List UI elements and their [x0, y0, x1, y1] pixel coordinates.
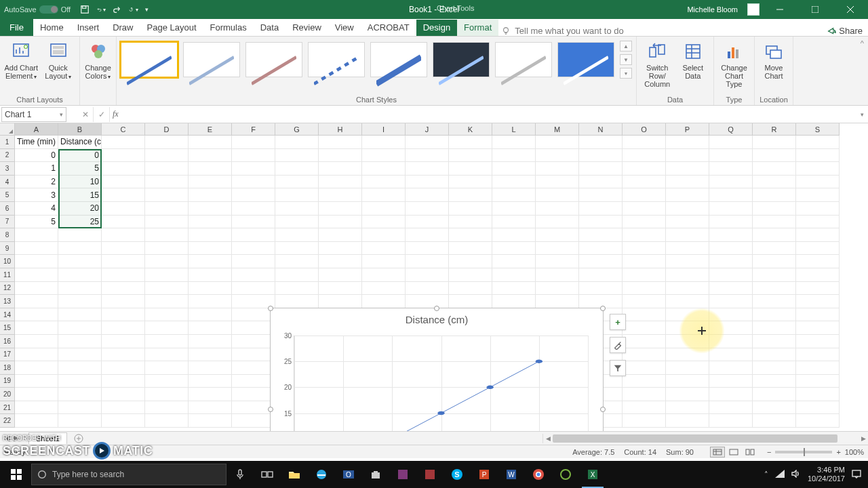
cell[interactable]: [102, 282, 145, 296]
cell[interactable]: [796, 414, 840, 428]
cell[interactable]: [406, 242, 449, 256]
collapse-ribbon-icon[interactable]: ^: [861, 39, 864, 47]
cell[interactable]: [449, 282, 492, 296]
cell[interactable]: [449, 242, 492, 256]
style-scroll-up[interactable]: ▲: [620, 41, 632, 52]
cell[interactable]: Distance (cm): [58, 136, 102, 149]
cell[interactable]: [319, 202, 362, 216]
zoom-level[interactable]: 100%: [845, 448, 864, 456]
cell[interactable]: [449, 255, 492, 268]
minimize-button[interactable]: [765, 0, 795, 19]
cell[interactable]: [623, 401, 666, 415]
autosave-toggle[interactable]: AutoSave Off: [4, 5, 71, 14]
cell[interactable]: [145, 136, 189, 149]
cell[interactable]: [623, 268, 666, 282]
cell[interactable]: [145, 216, 189, 229]
cell[interactable]: [275, 255, 319, 268]
worksheet-grid[interactable]: ABCDEFGHIJKLMNOPQRS 1Time (min)Distance …: [0, 123, 868, 431]
cell[interactable]: [796, 348, 840, 362]
cell[interactable]: [623, 375, 666, 388]
cell[interactable]: [232, 335, 275, 348]
cell[interactable]: [145, 335, 189, 348]
onenote-icon[interactable]: [389, 461, 416, 488]
cell[interactable]: [145, 268, 189, 282]
chart-style-4[interactable]: [308, 42, 365, 77]
tab-review[interactable]: Review: [285, 20, 328, 36]
cell[interactable]: [623, 228, 666, 242]
cell[interactable]: [319, 176, 362, 189]
cell[interactable]: [145, 375, 189, 388]
cell[interactable]: [319, 162, 362, 176]
cell[interactable]: [362, 188, 406, 202]
column-header[interactable]: E: [189, 123, 232, 136]
cell[interactable]: [753, 308, 796, 322]
word-icon[interactable]: W: [498, 461, 525, 488]
cell[interactable]: [319, 295, 362, 308]
style-more[interactable]: ▾: [620, 68, 632, 79]
cell[interactable]: [796, 268, 840, 282]
cell[interactable]: [709, 149, 753, 163]
cell[interactable]: [102, 308, 145, 322]
cell[interactable]: [232, 228, 275, 242]
cell[interactable]: [145, 388, 189, 401]
cell[interactable]: 4: [15, 202, 58, 216]
cell[interactable]: [319, 282, 362, 296]
column-header[interactable]: F: [232, 123, 275, 136]
cell[interactable]: [362, 176, 406, 189]
cell[interactable]: 0: [15, 149, 58, 163]
cell[interactable]: [406, 282, 449, 296]
column-header[interactable]: N: [579, 123, 623, 136]
outlook-icon[interactable]: O: [335, 461, 362, 488]
cell[interactable]: [15, 388, 58, 401]
cell[interactable]: [275, 188, 319, 202]
cell[interactable]: [449, 188, 492, 202]
cell[interactable]: [753, 282, 796, 296]
cell[interactable]: [189, 202, 232, 216]
tray-network-icon[interactable]: [775, 470, 785, 479]
cell[interactable]: [709, 255, 753, 268]
cell[interactable]: [102, 268, 145, 282]
cell[interactable]: [102, 361, 145, 375]
tray-notifications-icon[interactable]: [852, 469, 861, 480]
tab-design[interactable]: Design: [416, 20, 457, 36]
cell[interactable]: [623, 321, 666, 335]
cell[interactable]: [666, 149, 709, 163]
cell[interactable]: [102, 188, 145, 202]
cell[interactable]: [579, 242, 623, 256]
cell[interactable]: [275, 149, 319, 163]
cell[interactable]: [709, 388, 753, 401]
cell[interactable]: [492, 202, 536, 216]
redo-icon[interactable]: [113, 5, 122, 14]
cell[interactable]: [796, 388, 840, 401]
cell[interactable]: [623, 335, 666, 348]
chart-style-2[interactable]: [183, 42, 240, 77]
cell[interactable]: [666, 202, 709, 216]
cell[interactable]: [492, 228, 536, 242]
cell[interactable]: [753, 255, 796, 268]
cell[interactable]: [15, 361, 58, 375]
cell[interactable]: [275, 202, 319, 216]
cell[interactable]: [709, 401, 753, 415]
cell[interactable]: [449, 162, 492, 176]
cell[interactable]: [536, 242, 579, 256]
cell[interactable]: [145, 202, 189, 216]
cell[interactable]: [58, 335, 102, 348]
cell[interactable]: [145, 162, 189, 176]
cell[interactable]: [145, 255, 189, 268]
cell[interactable]: [623, 295, 666, 308]
row-header[interactable]: 18: [0, 361, 15, 375]
cell[interactable]: [145, 414, 189, 428]
cell[interactable]: [536, 162, 579, 176]
cell[interactable]: [362, 149, 406, 163]
cell[interactable]: [796, 176, 840, 189]
cell[interactable]: [666, 268, 709, 282]
cortana-mic-icon[interactable]: [226, 461, 254, 488]
cell[interactable]: [536, 255, 579, 268]
cell[interactable]: [406, 162, 449, 176]
row-header[interactable]: 1: [0, 136, 15, 149]
change-colors-button[interactable]: Change Colors: [84, 39, 112, 81]
cell[interactable]: [15, 375, 58, 388]
chart-title[interactable]: Distance (cm): [271, 308, 603, 328]
chart-style-7[interactable]: [495, 42, 552, 77]
cell[interactable]: [492, 242, 536, 256]
